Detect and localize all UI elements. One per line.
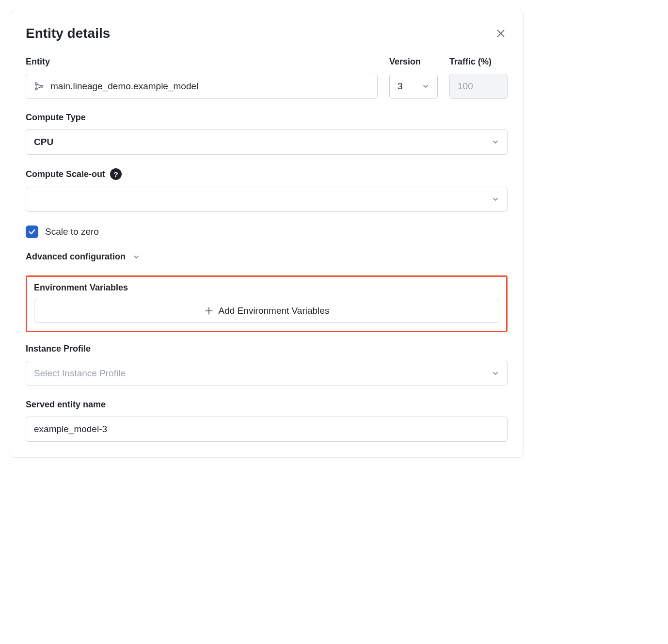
close-button[interactable] (494, 27, 508, 40)
svg-line-6 (37, 87, 41, 89)
close-icon (495, 28, 506, 39)
traffic-value: 100 (458, 81, 499, 92)
model-icon (34, 81, 45, 92)
compute-type-value: CPU (34, 137, 53, 147)
add-env-vars-label: Add Environment Variables (219, 306, 330, 316)
compute-scaleout-label: Compute Scale-out ? (26, 168, 508, 180)
instance-profile-field: Instance Profile Select Instance Profile (26, 344, 508, 386)
add-env-vars-button[interactable]: Add Environment Variables (34, 299, 499, 323)
panel-header: Entity details (26, 26, 508, 41)
plus-icon (204, 306, 214, 316)
environment-variables-section: Environment Variables Add Environment Va… (26, 275, 508, 332)
chevron-down-icon (492, 370, 499, 377)
scale-to-zero-label: Scale to zero (45, 226, 99, 237)
served-entity-name-label: Served entity name (26, 400, 508, 410)
entity-row: Entity main.lineage_demo.example_model V… (26, 57, 508, 99)
advanced-configuration-toggle[interactable]: Advanced configuration (26, 252, 508, 262)
version-select[interactable]: 3 (389, 74, 438, 99)
compute-scaleout-select[interactable] (26, 187, 508, 212)
compute-scaleout-field: Compute Scale-out ? (26, 168, 508, 212)
instance-profile-placeholder: Select Instance Profile (34, 368, 126, 379)
scale-to-zero-checkbox[interactable] (26, 225, 38, 238)
compute-type-select[interactable]: CPU (26, 129, 508, 155)
compute-scaleout-label-text: Compute Scale-out (26, 169, 105, 179)
instance-profile-select[interactable]: Select Instance Profile (26, 361, 508, 386)
entity-field: Entity main.lineage_demo.example_model (26, 57, 378, 99)
chevron-down-icon (132, 253, 140, 261)
svg-point-4 (41, 85, 43, 87)
served-entity-name-input[interactable] (26, 417, 508, 442)
svg-line-5 (37, 84, 41, 86)
traffic-field: Traffic (%) 100 (449, 57, 508, 99)
entity-value: main.lineage_demo.example_model (50, 81, 369, 92)
compute-type-field: Compute Type CPU (26, 113, 508, 155)
help-icon[interactable]: ? (110, 168, 122, 180)
traffic-label: Traffic (%) (449, 57, 508, 67)
entity-details-panel: Entity details Entity main.lineage_demo.… (10, 10, 524, 458)
served-entity-name-field: Served entity name (26, 400, 508, 442)
version-label: Version (389, 57, 438, 67)
entity-label: Entity (26, 57, 378, 67)
compute-type-label: Compute Type (26, 113, 508, 123)
chevron-down-icon (492, 195, 499, 203)
advanced-configuration-label: Advanced configuration (26, 252, 126, 262)
version-value: 3 (398, 81, 403, 92)
env-vars-label: Environment Variables (34, 283, 499, 293)
svg-point-3 (35, 88, 37, 90)
entity-input[interactable]: main.lineage_demo.example_model (26, 74, 378, 99)
check-icon (28, 228, 36, 236)
served-entity-name-value[interactable] (34, 424, 499, 435)
chevron-down-icon (422, 82, 429, 90)
panel-title: Entity details (26, 26, 110, 41)
version-field: Version 3 (389, 57, 438, 99)
chevron-down-icon (492, 138, 499, 146)
svg-point-2 (35, 82, 37, 84)
instance-profile-label: Instance Profile (26, 344, 508, 354)
traffic-input: 100 (449, 74, 508, 99)
scale-to-zero-row[interactable]: Scale to zero (26, 225, 508, 238)
